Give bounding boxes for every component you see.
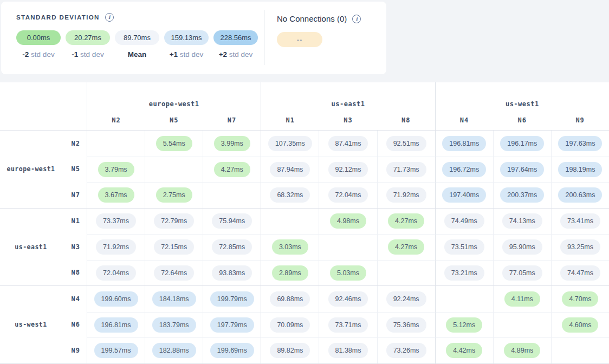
latency-cell: 74.13ms	[493, 209, 551, 235]
latency-pill[interactable]: 73.41ms	[560, 213, 600, 229]
info-icon[interactable]: i	[352, 15, 361, 23]
row-node-labels: N1N3N8	[62, 209, 87, 286]
latency-pill[interactable]: 199.57ms	[94, 343, 138, 358]
latency-pill[interactable]: 71.92ms	[96, 239, 136, 255]
matrix-header-row: europe-west1N2N5N7us-east1N1N3N8us-west1…	[0, 82, 609, 131]
latency-pill[interactable]: 72.04ms	[96, 265, 136, 281]
latency-pill[interactable]: 72.79ms	[154, 213, 194, 229]
latency-cell-self	[319, 234, 377, 260]
latency-pill[interactable]: 183.79ms	[152, 317, 196, 333]
latency-pill[interactable]: 73.37ms	[96, 213, 136, 229]
latency-pill[interactable]: 75.36ms	[386, 317, 426, 333]
latency-pill[interactable]: 93.83ms	[212, 265, 252, 281]
latency-pill[interactable]: 92.51ms	[386, 136, 426, 151]
latency-pill[interactable]: 3.67ms	[98, 187, 134, 203]
latency-pill[interactable]: 3.03ms	[272, 239, 308, 255]
latency-pill[interactable]: 87.41ms	[328, 136, 368, 151]
latency-pill[interactable]: 73.51ms	[444, 239, 484, 255]
latency-pill[interactable]: 4.70ms	[562, 291, 598, 307]
latency-cell: 75.36ms	[377, 312, 435, 338]
latency-pill[interactable]: 198.19ms	[558, 162, 602, 177]
info-icon[interactable]: i	[105, 13, 114, 22]
legend-card: STANDARD DEVIATION i 0.00ms 20.27ms 89.7…	[1, 2, 386, 74]
latency-pill[interactable]: 200.37ms	[500, 187, 544, 203]
latency-pill[interactable]: 184.18ms	[152, 291, 196, 307]
latency-pill[interactable]: 5.12ms	[446, 317, 482, 333]
latency-pill[interactable]: 4.60ms	[562, 317, 598, 333]
latency-pill[interactable]: 71.92ms	[386, 187, 426, 203]
latency-pill[interactable]: 199.69ms	[210, 343, 254, 358]
row-region-label: us-west1	[0, 286, 62, 363]
latency-cell: 72.15ms	[145, 234, 203, 260]
latency-pill[interactable]: 93.25ms	[560, 239, 600, 255]
latency-pill[interactable]: 77.05ms	[502, 265, 542, 281]
latency-pill[interactable]: 74.49ms	[444, 213, 484, 229]
latency-pill[interactable]: 3.99ms	[214, 136, 250, 151]
latency-pill[interactable]: 199.60ms	[94, 291, 138, 307]
column-node-label: N6	[493, 116, 551, 124]
latency-pill[interactable]: 72.04ms	[328, 187, 368, 203]
latency-pill[interactable]: 74.47ms	[560, 265, 600, 281]
latency-pill[interactable]: 72.15ms	[154, 239, 194, 255]
latency-pill[interactable]: 197.40ms	[442, 187, 486, 203]
legend-pill-plus1: 159.13ms	[164, 30, 209, 45]
legend-label-minus2: -2 std dev	[16, 50, 61, 58]
latency-cell: 3.03ms	[261, 234, 319, 260]
latency-pill[interactable]: 3.79ms	[98, 162, 134, 177]
latency-pill[interactable]: 197.79ms	[210, 317, 254, 333]
latency-pill[interactable]: 92.24ms	[386, 291, 426, 307]
latency-pill[interactable]: 73.26ms	[386, 343, 426, 358]
latency-pill[interactable]: 74.13ms	[502, 213, 542, 229]
latency-pill[interactable]: 107.35ms	[268, 136, 312, 151]
latency-pill[interactable]: 70.09ms	[270, 317, 310, 333]
latency-pill[interactable]: 196.81ms	[94, 317, 138, 333]
latency-pill[interactable]: 69.88ms	[270, 291, 310, 307]
latency-pill[interactable]: 5.03ms	[330, 265, 366, 281]
latency-pill[interactable]: 4.27ms	[388, 239, 424, 255]
latency-pill[interactable]: 71.73ms	[386, 162, 426, 177]
latency-pill[interactable]: 4.27ms	[214, 162, 250, 177]
latency-pill[interactable]: 92.12ms	[328, 162, 368, 177]
row-node-labels: N4N6N9	[62, 286, 87, 363]
column-node-label: N8	[377, 116, 435, 124]
latency-pill[interactable]: 4.11ms	[504, 291, 540, 307]
latency-pill[interactable]: 89.82ms	[270, 343, 310, 358]
latency-cell: 73.51ms	[435, 234, 493, 260]
latency-pill[interactable]: 73.71ms	[328, 317, 368, 333]
latency-pill[interactable]: 197.64ms	[500, 162, 544, 177]
latency-pill[interactable]: 2.89ms	[272, 265, 308, 281]
latency-pill[interactable]: 81.38ms	[328, 343, 368, 358]
latency-pill[interactable]: 2.75ms	[156, 187, 192, 203]
latency-pill[interactable]: 197.63ms	[558, 136, 602, 151]
latency-pill[interactable]: 4.98ms	[330, 213, 366, 229]
matrix-row-group: us-east1N1N3N873.37ms72.79ms75.94ms4.98m…	[0, 208, 609, 286]
legend-label-unit: std dev	[29, 50, 54, 58]
latency-pill[interactable]: 92.46ms	[328, 291, 368, 307]
latency-pill[interactable]: 68.32ms	[270, 187, 310, 203]
latency-pill[interactable]: 196.17ms	[500, 136, 544, 151]
latency-pill[interactable]: 87.94ms	[270, 162, 310, 177]
latency-pill[interactable]: 4.42ms	[446, 343, 482, 358]
latency-pill[interactable]: 73.21ms	[444, 265, 484, 281]
latency-pill[interactable]: 72.64ms	[154, 265, 194, 281]
latency-pill[interactable]: 72.85ms	[212, 239, 252, 255]
latency-cell-self	[261, 209, 319, 235]
latency-pill[interactable]: 4.27ms	[388, 213, 424, 229]
latency-pill[interactable]: 200.63ms	[558, 187, 602, 203]
column-node-label: N9	[551, 116, 609, 124]
latency-pill[interactable]: 196.81ms	[442, 136, 486, 151]
latency-pill[interactable]: 75.94ms	[212, 213, 252, 229]
latency-pill[interactable]: 199.79ms	[210, 291, 254, 307]
latency-pill[interactable]: 95.90ms	[502, 239, 542, 255]
latency-cell: 5.12ms	[435, 312, 493, 338]
column-region-label: us-west1	[436, 100, 609, 108]
latency-pill[interactable]: 4.89ms	[504, 343, 540, 358]
latency-cell: 73.71ms	[319, 312, 377, 338]
latency-cell: 87.94ms	[261, 157, 319, 183]
row-region-label: europe-west1	[0, 131, 62, 208]
latency-pill[interactable]: 5.54ms	[156, 136, 192, 151]
latency-pill[interactable]: 182.88ms	[152, 343, 196, 358]
column-node-label: N2	[87, 116, 145, 124]
latency-pill[interactable]: 196.72ms	[442, 162, 486, 177]
latency-cell: 77.05ms	[493, 260, 551, 286]
